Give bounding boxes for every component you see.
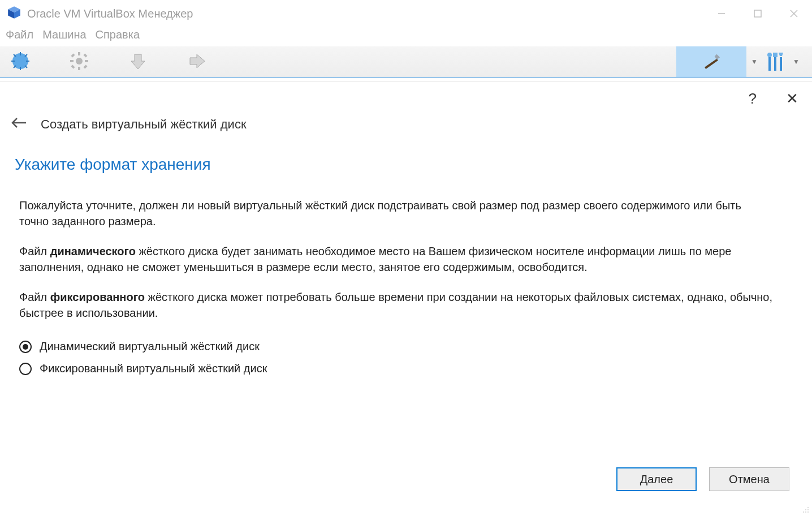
next-button[interactable]: Далее [616,467,697,491]
maximize-button[interactable] [740,0,776,27]
start-icon[interactable] [187,51,207,74]
svg-rect-24 [83,53,87,57]
tools-icon[interactable] [762,51,788,72]
radio-dynamic-label: Динамический виртуальный жёсткий диск [40,340,260,353]
tools-dropdown-2[interactable]: ▼ [788,58,804,66]
dialog-help-button[interactable]: ? [749,90,757,108]
step-title: Укажите формат хранения [0,132,812,174]
menu-help[interactable]: Справка [96,28,140,45]
svg-line-12 [14,54,16,57]
wizard-body-text: Пожалуйста уточните, должен ли новый вир… [0,174,812,334]
svg-rect-32 [773,53,778,57]
svg-point-40 [807,511,809,513]
new-icon[interactable] [10,51,31,74]
svg-point-39 [805,511,806,513]
paragraph-intro: Пожалуйста уточните, должен ли новый вир… [19,197,774,230]
radio-fixed[interactable]: Фиксированный виртуальный жёсткий диск [19,362,812,375]
svg-rect-4 [754,10,761,17]
svg-rect-31 [774,57,776,71]
svg-rect-22 [83,64,87,68]
svg-rect-29 [768,57,771,71]
svg-rect-17 [78,52,80,55]
window-controls [703,0,812,27]
wizard-dialog: ? ✕ Создать виртуальный жёсткий диск Ука… [0,81,812,516]
svg-rect-19 [70,60,74,62]
breadcrumb: Создать виртуальный жёсткий диск [0,117,812,132]
svg-rect-27 [705,59,718,69]
svg-point-38 [803,511,804,513]
svg-rect-21 [71,53,75,57]
svg-rect-33 [780,57,782,71]
svg-line-14 [14,66,16,68]
svg-rect-20 [85,60,88,62]
menubar: Файл Машина Справка [0,27,812,46]
svg-point-36 [805,509,806,510]
svg-marker-26 [190,54,205,68]
cancel-button[interactable]: Отмена [709,467,789,491]
paragraph-fixed: Файл фиксированного жёсткого диска может… [19,289,774,321]
svg-rect-18 [78,67,80,70]
window-title: Oracle VM VirtualBox Менеджер [27,7,703,20]
dialog-close-button[interactable]: ✕ [786,90,798,108]
radio-fixed-label: Фиксированный виртуальный жёсткий диск [40,362,267,375]
back-arrow-icon[interactable] [11,117,27,132]
svg-point-37 [807,509,809,510]
svg-marker-28 [715,54,720,59]
close-button[interactable] [776,0,812,27]
settings-icon[interactable] [69,51,89,74]
wizard-footer: Далее Отмена [616,467,789,491]
tools-button[interactable] [676,46,746,77]
minimize-button[interactable] [703,0,740,27]
resize-grip-icon[interactable] [802,506,810,514]
tools-dropdown[interactable]: ▼ [746,58,762,66]
paragraph-dynamic: Файл динамического жёсткого диска будет … [19,243,774,276]
svg-line-15 [25,54,27,57]
svg-point-35 [807,507,809,508]
titlebar: Oracle VM VirtualBox Менеджер [0,0,812,27]
radio-icon-unselected [19,363,32,375]
svg-point-16 [76,58,83,64]
svg-line-13 [25,66,27,68]
breadcrumb-title: Создать виртуальный жёсткий диск [41,117,247,132]
storage-type-radio-group: Динамический виртуальный жёсткий диск Фи… [0,334,812,384]
svg-rect-23 [71,64,75,68]
toolbar: ▼ ▼ [0,46,812,78]
radio-dynamic[interactable]: Динамический виртуальный жёсткий диск [19,340,812,353]
radio-icon-selected [19,341,32,353]
menu-machine[interactable]: Машина [42,28,86,45]
virtualbox-icon [7,5,21,22]
discard-icon[interactable] [128,51,148,74]
dialog-header-controls: ? ✕ [0,82,812,115]
svg-marker-25 [131,54,145,69]
svg-point-30 [767,53,772,57]
menu-file[interactable]: Файл [6,28,33,45]
